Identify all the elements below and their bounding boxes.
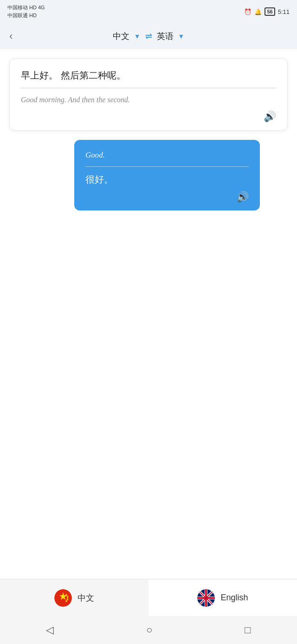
blue-translation-card: Good. 很好。 🔊 [74,140,260,211]
bottom-language-tabs: 中文 English [0,579,297,616]
chinese-flag [54,589,72,607]
card-footer: 🔊 [21,111,276,123]
time-display: 5:11 [278,8,290,15]
blue-translated-text-chinese: 很好。 [85,172,249,186]
english-tab-label: English [220,593,248,603]
main-content: 早上好。 然后第二种呢。 Good morning. And then the … [0,49,297,220]
blue-card-divider [85,166,249,167]
source-text-chinese: 早上好。 然后第二种呢。 [21,68,276,82]
translated-text-english: Good morning. And then the second. [21,94,276,106]
carrier1-label: 中国移动 HD 4G [7,4,45,11]
status-right: ⏰ 🔔 56 5:11 [244,7,290,16]
target-language-label[interactable]: 英语 [157,31,174,42]
target-lang-dropdown-icon[interactable]: ▼ [178,33,185,40]
card-divider [21,88,276,88]
blue-card-footer: 🔊 [85,191,249,203]
chinese-tab-label: 中文 [77,592,94,604]
back-nav-button[interactable]: ◁ [46,624,54,636]
alarm-icon: ⏰ [244,8,252,15]
tab-english[interactable]: English [148,579,297,616]
blue-source-text-english: Good. [85,149,249,161]
source-language-label[interactable]: 中文 [113,31,129,42]
status-bar: 中国移动 HD 4G 中国联通 HD ⏰ 🔔 56 5:11 [0,0,297,23]
carrier-info: 中国移动 HD 4G 中国联通 HD [7,4,45,19]
speaker-button-blue[interactable]: 🔊 [236,191,249,203]
swap-languages-icon[interactable]: ⇌ [145,31,152,41]
tab-chinese[interactable]: 中文 [0,579,148,616]
white-translation-card: 早上好。 然后第二种呢。 Good morning. And then the … [9,59,288,131]
bottom-nav: ◁ ○ □ [0,616,297,644]
carrier2-label: 中国联通 HD [7,12,45,19]
speaker-button-white[interactable]: 🔊 [264,111,276,123]
uk-flag [197,589,215,607]
language-selector: 中文 ▼ ⇌ 英语 ▼ [113,31,185,42]
home-nav-button[interactable]: ○ [146,624,152,636]
back-button[interactable]: ‹ [9,30,13,42]
header: ‹ 中文 ▼ ⇌ 英语 ▼ [0,23,297,49]
source-lang-dropdown-icon[interactable]: ▼ [134,33,141,40]
battery-indicator: 56 [265,7,275,16]
bell-icon: 🔔 [254,8,262,15]
recent-nav-button[interactable]: □ [245,624,251,636]
